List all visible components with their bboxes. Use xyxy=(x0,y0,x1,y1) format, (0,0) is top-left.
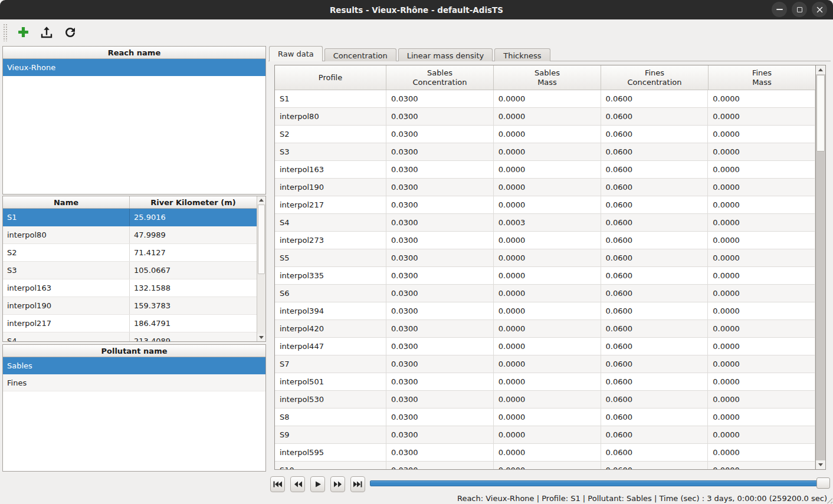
profile-row[interactable]: S125.9016 xyxy=(3,209,257,226)
table-row[interactable]: S90.03000.00000.06000.0000 xyxy=(275,426,815,444)
table-row[interactable]: S70.03000.00000.06000.0000 xyxy=(275,355,815,373)
cell-name: S2 xyxy=(3,244,130,261)
cell-value: 0.0300 xyxy=(386,179,494,196)
time-slider-handle[interactable] xyxy=(816,477,830,489)
profile-row[interactable]: S271.4127 xyxy=(3,244,257,262)
scrollbar-thumb[interactable] xyxy=(258,205,265,274)
skip-backward-button[interactable] xyxy=(270,476,285,492)
cell-river-kilometer: 71.4127 xyxy=(130,244,257,261)
cell-value: 0.0000 xyxy=(708,355,815,373)
cell-value: 0.0000 xyxy=(494,320,601,338)
add-button[interactable] xyxy=(14,23,32,42)
cell-value: 0.0600 xyxy=(601,90,709,108)
minimize-button[interactable] xyxy=(772,2,787,17)
profile-row[interactable]: S4213.4089 xyxy=(3,332,257,341)
cell-name: S1 xyxy=(3,209,130,226)
reach-table-header[interactable]: Reach name xyxy=(3,47,265,59)
tab-concentration[interactable]: Concentration xyxy=(324,48,396,61)
scroll-down-button[interactable] xyxy=(257,334,265,341)
column-header[interactable]: SablesMass xyxy=(494,65,601,90)
arrow-down-icon xyxy=(259,336,264,339)
table-row[interactable]: interpol3350.03000.00000.06000.0000 xyxy=(275,267,815,285)
seek-forward-icon xyxy=(334,481,342,487)
cell-value: 0.0600 xyxy=(601,426,709,444)
column-header[interactable]: FinesConcentration xyxy=(601,65,709,90)
table-row[interactable]: S20.03000.00000.06000.0000 xyxy=(275,126,815,143)
toolbar xyxy=(0,19,833,45)
profile-row[interactable]: interpol190159.3783 xyxy=(3,297,257,315)
cell-profile: interpol447 xyxy=(275,338,386,355)
cell-value: 0.0300 xyxy=(386,391,494,409)
cell-value: 0.0000 xyxy=(708,267,815,285)
play-button[interactable] xyxy=(310,476,325,492)
table-row[interactable]: interpol4470.03000.00000.06000.0000 xyxy=(275,338,815,355)
table-row[interactable]: interpol5950.03000.00000.06000.0000 xyxy=(275,444,815,462)
cell-value: 0.0000 xyxy=(708,90,815,108)
scrollbar-thumb[interactable] xyxy=(816,75,825,151)
table-row[interactable]: interpol800.03000.00000.06000.0000 xyxy=(275,108,815,126)
table-row[interactable]: S100.03000.00000.06000.0000 xyxy=(275,462,815,469)
column-header-name[interactable]: Name xyxy=(3,196,130,208)
header-line1: Fines xyxy=(645,68,664,78)
profile-row[interactable]: S3105.0667 xyxy=(3,262,257,279)
seek-forward-button[interactable] xyxy=(330,476,345,492)
table-row[interactable]: S60.03000.00000.06000.0000 xyxy=(275,285,815,302)
scroll-down-button[interactable] xyxy=(816,460,825,469)
cell-value: 0.0600 xyxy=(601,338,709,355)
reach-row[interactable]: Vieux-Rhone xyxy=(3,59,265,76)
cell-value: 0.0000 xyxy=(708,426,815,444)
cell-profile: S3 xyxy=(275,143,386,161)
profile-row[interactable]: interpol217186.4791 xyxy=(3,315,257,332)
maximize-button[interactable] xyxy=(792,2,807,17)
raw-table-scrollbar[interactable] xyxy=(815,65,825,469)
header-line2: Mass xyxy=(537,78,557,87)
tab-linear-mass-density[interactable]: Linear mass density xyxy=(398,48,493,61)
table-row[interactable]: S40.03000.00030.06000.0000 xyxy=(275,214,815,232)
table-row[interactable]: interpol2170.03000.00000.06000.0000 xyxy=(275,196,815,214)
table-row[interactable]: interpol4200.03000.00000.06000.0000 xyxy=(275,320,815,338)
cell-value: 0.0300 xyxy=(386,373,494,391)
cell-value: 0.0000 xyxy=(494,90,601,108)
column-header[interactable]: SablesConcentration xyxy=(386,65,494,90)
time-slider-track[interactable] xyxy=(370,480,829,486)
profile-row[interactable]: interpol163132.1588 xyxy=(3,279,257,297)
scroll-up-button[interactable] xyxy=(816,65,825,74)
table-row[interactable]: interpol2730.03000.00000.06000.0000 xyxy=(275,232,815,249)
table-row[interactable]: S50.03000.00000.06000.0000 xyxy=(275,249,815,267)
table-row[interactable]: S80.03000.00000.06000.0000 xyxy=(275,409,815,426)
table-row[interactable]: S30.03000.00000.06000.0000 xyxy=(275,143,815,161)
raw-data-table: ProfileSablesConcentrationSablesMassFine… xyxy=(274,65,826,470)
table-row[interactable]: interpol5300.03000.00000.06000.0000 xyxy=(275,391,815,409)
column-header-river-kilometer[interactable]: River Kilometer (m) xyxy=(130,196,257,208)
cell-value: 0.0000 xyxy=(708,373,815,391)
column-header[interactable]: Profile xyxy=(275,65,386,90)
export-button[interactable] xyxy=(37,23,56,42)
table-row[interactable]: S10.03000.00000.06000.0000 xyxy=(275,90,815,108)
cell-value: 0.0300 xyxy=(386,90,494,108)
cell-profile: interpol217 xyxy=(275,196,386,214)
pollutant-row[interactable]: Fines xyxy=(3,374,265,391)
tab-raw-data[interactable]: Raw data xyxy=(269,46,323,61)
skip-forward-button[interactable] xyxy=(350,476,365,492)
refresh-button[interactable] xyxy=(61,23,80,42)
seek-backward-button[interactable] xyxy=(290,476,305,492)
table-row[interactable]: interpol1630.03000.00000.06000.0000 xyxy=(275,161,815,179)
cell-value: 0.0300 xyxy=(386,444,494,462)
profile-table: Name River Kilometer (m) S125.9016interp… xyxy=(2,196,266,342)
profile-table-scrollbar[interactable] xyxy=(257,196,265,341)
cell-value: 0.0300 xyxy=(386,355,494,373)
cell-river-kilometer: 213.4089 xyxy=(130,332,257,341)
cell-value: 0.0000 xyxy=(708,108,815,126)
profile-row[interactable]: interpol8047.9989 xyxy=(3,226,257,244)
table-row[interactable]: interpol3940.03000.00000.06000.0000 xyxy=(275,302,815,320)
pollutant-table-header[interactable]: Pollutant name xyxy=(3,345,265,357)
close-button[interactable] xyxy=(812,2,827,17)
table-row[interactable]: interpol1900.03000.00000.06000.0000 xyxy=(275,179,815,196)
toolbar-grip[interactable] xyxy=(3,24,8,41)
table-row[interactable]: interpol5010.03000.00000.06000.0000 xyxy=(275,373,815,391)
cell-value: 0.0600 xyxy=(601,249,709,267)
column-header[interactable]: FinesMass xyxy=(709,65,815,90)
pollutant-row[interactable]: Sables xyxy=(3,357,265,374)
tab-thickness[interactable]: Thickness xyxy=(494,48,550,61)
scroll-up-button[interactable] xyxy=(257,196,265,204)
